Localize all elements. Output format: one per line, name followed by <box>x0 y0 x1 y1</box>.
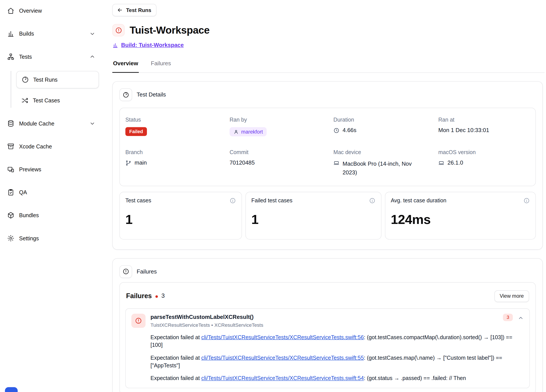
expectations-list: Expectation failed at cli/Tests/TuistXCR… <box>150 333 524 382</box>
sidebar-item-overview[interactable]: Overview <box>6 2 100 20</box>
sidebar-item-label: Module Cache <box>19 120 54 127</box>
sidebar-item-label: Settings <box>19 235 39 242</box>
expectation-detail: : (got.status → .passed) == .failed: // … <box>364 375 466 381</box>
sidebar-item-label: QA <box>19 189 27 196</box>
failure-item-header[interactable]: parseTestWithCustomLabelXCResult() Tuist… <box>131 314 524 328</box>
field-macos-version: macOS version 26.1.0 <box>438 149 530 177</box>
metric-label: Test cases <box>125 197 151 204</box>
user-badge[interactable]: marekfort <box>230 127 267 137</box>
laptop-icon <box>333 160 339 166</box>
tab-failures[interactable]: Failures <box>150 59 172 72</box>
build-link-row: Build: Tuist-Workspace <box>112 42 546 48</box>
failure-subtitle: TuistXCResultServiceTests • XCResultServ… <box>150 322 263 328</box>
info-icon[interactable] <box>523 197 530 204</box>
failure-count-badge: 3 <box>503 314 513 321</box>
sidebar-item-label: Xcode Cache <box>19 143 52 150</box>
status-badge: Failed <box>125 127 147 136</box>
info-icon[interactable] <box>230 197 236 204</box>
expectation-prefix: Expectation failed at <box>150 354 201 360</box>
sidebar-item-label: Previews <box>19 166 41 172</box>
test-details-header: Test Details <box>119 88 536 101</box>
expectation-prefix: Expectation failed at <box>150 375 201 381</box>
view-more-button[interactable]: View more <box>494 290 529 302</box>
field-ran-by: Ran by marekfort <box>230 117 333 137</box>
expectation-line: Expectation failed at cli/Tests/TuistXCR… <box>150 354 524 369</box>
expectation-file-link[interactable]: cli/Tests/TuistXCResultServiceTests/XCRe… <box>201 375 364 381</box>
metric-value: 1 <box>251 212 375 227</box>
metric-test-cases: Test cases 1 <box>119 192 242 239</box>
sidebar-item-bundles[interactable]: Bundles <box>6 207 100 224</box>
expectation-file-link[interactable]: cli/Tests/TuistXCResultServiceTests/XCRe… <box>201 354 364 360</box>
failures-panel: Failures 3 View more parseTestWithCusto <box>119 282 536 392</box>
sidebar: Overview Builds Tests <box>0 0 106 392</box>
field-label: Mac device <box>333 149 438 155</box>
failures-count: 3 <box>161 293 164 300</box>
clock-icon <box>333 127 339 134</box>
field-label: Branch <box>125 149 230 155</box>
failures-header: Failures <box>119 265 536 278</box>
viewport: Overview Builds Tests <box>0 0 546 392</box>
sidebar-item-test-runs[interactable]: Test Runs <box>16 71 99 88</box>
sidebar-item-settings[interactable]: Settings <box>6 230 100 247</box>
field-branch: Branch main <box>125 149 230 177</box>
sidebar-item-xcode-cache[interactable]: Xcode Cache <box>6 138 100 155</box>
field-duration: Duration 4.66s <box>333 117 438 137</box>
metric-label: Failed test cases <box>251 197 292 204</box>
commit-value: 70120485 <box>230 160 255 166</box>
sidebar-item-label: Test Cases <box>33 97 60 104</box>
home-icon <box>7 7 14 14</box>
count-dot <box>155 295 158 298</box>
field-label: Ran at <box>438 117 530 123</box>
field-status: Status Failed <box>125 117 230 137</box>
info-icon[interactable] <box>369 197 375 204</box>
chevron-down-icon <box>89 120 95 127</box>
database-icon <box>7 120 14 127</box>
test-details-gauge-icon <box>119 88 132 101</box>
tab-overview[interactable]: Overview <box>112 59 139 73</box>
failed-alert-icon <box>112 24 125 36</box>
metrics-row: Test cases 1 Failed test cases 1 <box>119 192 536 239</box>
expectation-prefix: Expectation failed at <box>150 334 201 340</box>
subnav-guide-line <box>11 71 11 108</box>
build-link[interactable]: Build: Tuist-Workspace <box>121 42 184 48</box>
git-branch-icon <box>125 160 132 166</box>
gauge-icon <box>22 76 29 83</box>
field-label: Duration <box>333 117 438 123</box>
failure-item: parseTestWithCustomLabelXCResult() Tuist… <box>125 308 530 388</box>
user-badge-label: marekfort <box>241 129 263 135</box>
field-ran-at: Ran at Mon 1 Dec 10:33:01 <box>438 117 530 137</box>
chevron-up-icon <box>89 54 95 60</box>
test-details-grid: Status Failed Ran by marekfort <box>119 108 536 186</box>
account-avatar[interactable] <box>5 387 18 392</box>
metric-avg-duration: Avg. test case duration 124ms <box>385 192 536 239</box>
shuffle-icon <box>21 97 29 104</box>
failures-alert-icon <box>119 265 132 278</box>
app-window: Overview Builds Tests <box>0 0 546 392</box>
failures-card: Failures Failures 3 View more <box>112 258 543 392</box>
metric-value: 1 <box>125 212 236 227</box>
sidebar-item-qa[interactable]: QA <box>6 184 100 201</box>
expectation-file-link[interactable]: cli/Tests/TuistXCResultServiceTests/XCRe… <box>201 334 364 340</box>
builds-icon <box>7 30 14 38</box>
chevron-up-icon[interactable] <box>518 315 524 321</box>
test-details-card: Test Details Status Failed Ran by <box>112 81 543 249</box>
field-label: macOS version <box>438 149 530 155</box>
package-icon <box>7 211 14 219</box>
sidebar-item-label: Bundles <box>19 212 39 218</box>
failure-name: parseTestWithCustomLabelXCResult() <box>150 314 263 320</box>
mac-device-value: MacBook Pro (14-inch, Nov 2023) <box>343 160 416 177</box>
sidebar-item-label: Tests <box>19 53 32 60</box>
tab-bar: Overview Failures <box>112 59 545 73</box>
metric-value: 124ms <box>391 212 530 227</box>
sidebar-item-builds[interactable]: Builds <box>6 25 100 42</box>
tests-icon <box>7 53 14 60</box>
failure-titles: parseTestWithCustomLabelXCResult() Tuist… <box>150 314 263 328</box>
alert-icon <box>131 314 146 328</box>
sidebar-item-test-cases[interactable]: Test Cases <box>16 92 99 109</box>
failures-panel-title: Failures <box>126 292 152 300</box>
field-label: Commit <box>230 149 333 155</box>
back-button[interactable]: Test Runs <box>112 4 157 16</box>
sidebar-item-module-cache[interactable]: Module Cache <box>6 115 100 132</box>
sidebar-item-tests[interactable]: Tests <box>6 48 100 65</box>
sidebar-item-previews[interactable]: Previews <box>6 161 100 178</box>
